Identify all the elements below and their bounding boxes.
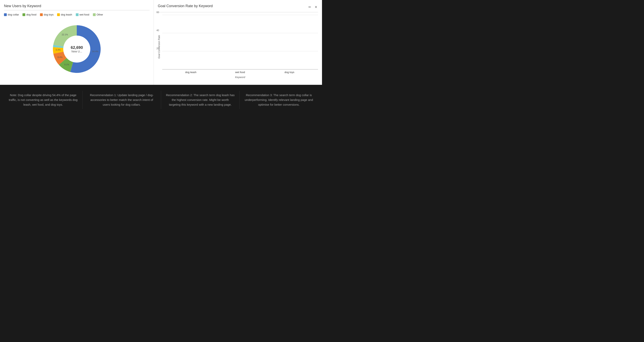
legend-label-dog-collar: dog collar — [8, 13, 19, 16]
donut-label-dog-toys: 8.4% — [58, 56, 62, 58]
legend-dot-wet-food — [76, 13, 78, 16]
right-chart-title-bar: Goal Conversion Rate by Keyword ✏ ✕ — [158, 4, 318, 10]
legend-label-wet-food: wet food — [80, 13, 89, 16]
donut-label-dog-food: 9.1% — [64, 63, 70, 66]
bottom-section: Note: Dog collar despite driving 54.4% o… — [0, 85, 322, 115]
bar-chart-plot: 204060 — [162, 15, 318, 69]
legend-item-dog-food: dog food — [22, 13, 36, 16]
legend-item-wet-food: wet food — [76, 13, 89, 16]
close-button[interactable]: ✕ — [314, 5, 318, 9]
legend-label-dog-food: dog food — [26, 13, 36, 16]
bottom-card-note: Note: Dog collar despite driving 54.4% o… — [4, 91, 82, 109]
legend-label-dog-leash: dog leash — [61, 13, 72, 16]
left-chart-title: New Users by Keyword — [4, 4, 150, 8]
donut-label-dog-collar: 54.4% — [92, 50, 98, 53]
donut-label-dog-leash: 4.4% — [56, 49, 61, 51]
bar-chart-inner: 204060 dog leashwet fooddog toys Keyword — [162, 15, 318, 79]
donut-center-label: New U... — [71, 50, 83, 53]
legend-label-dog-toys: dog toys — [44, 13, 54, 16]
legend-item-dog-collar: dog collar — [4, 13, 19, 16]
legend-dot-dog-collar — [4, 13, 7, 16]
bottom-card-rec1: Recommendation 1: Update landing page / … — [82, 91, 161, 109]
donut-legend: dog collar dog food dog toys dog leash w… — [4, 13, 150, 16]
bars-row — [162, 15, 318, 69]
donut-slice-other — [53, 25, 77, 47]
x-axis-title: Keyword — [162, 76, 318, 79]
x-label-dog-leash: dog leash — [166, 71, 216, 74]
top-charts-section: New Users by Keyword dog collar dog food… — [0, 0, 322, 85]
grid-label-40: 40 — [156, 29, 159, 32]
legend-label-other: Other — [97, 13, 103, 16]
left-chart-panel: New Users by Keyword dog collar dog food… — [0, 0, 154, 85]
right-chart-panel: Goal Conversion Rate by Keyword ✏ ✕ Goal… — [154, 0, 322, 85]
edit-button[interactable]: ✏ — [308, 5, 312, 9]
x-label-dog-toys: dog toys — [265, 71, 314, 74]
grid-label-60: 60 — [156, 11, 159, 14]
donut-center-value: 62,690 — [71, 45, 83, 50]
legend-dot-dog-toys — [40, 13, 43, 16]
x-labels: dog leashwet fooddog toys — [162, 69, 318, 74]
donut-center: 62,690 New U... — [71, 45, 83, 53]
right-chart-title: Goal Conversion Rate by Keyword — [158, 4, 212, 8]
legend-item-dog-toys: dog toys — [40, 13, 54, 16]
y-axis-label: Goal Conversion Rate — [158, 15, 160, 79]
legend-dot-other — [93, 13, 96, 16]
x-label-wet-food: wet food — [216, 71, 265, 74]
bottom-card-rec2: Recommendation 2: The search term dog le… — [161, 91, 240, 109]
bottom-card-rec3: Recommendation 3: The search term dog co… — [240, 91, 318, 109]
legend-dot-dog-food — [22, 13, 25, 16]
legend-item-dog-leash: dog leash — [57, 13, 72, 16]
bar-chart-area: Goal Conversion Rate 204060 dog leashwet… — [158, 15, 318, 79]
donut-label-other: 22.1% — [62, 33, 68, 36]
right-chart-icons: ✏ ✕ — [308, 5, 318, 9]
donut-chart-container: 54.4%9.1%8.4%4.4%22.1% 62,690 New U... — [4, 19, 150, 81]
legend-item-other: Other — [93, 13, 103, 16]
legend-dot-dog-leash — [57, 13, 60, 16]
donut-wrapper: 54.4%9.1%8.4%4.4%22.1% 62,690 New U... — [49, 21, 104, 77]
grid-label-20: 20 — [156, 47, 159, 50]
